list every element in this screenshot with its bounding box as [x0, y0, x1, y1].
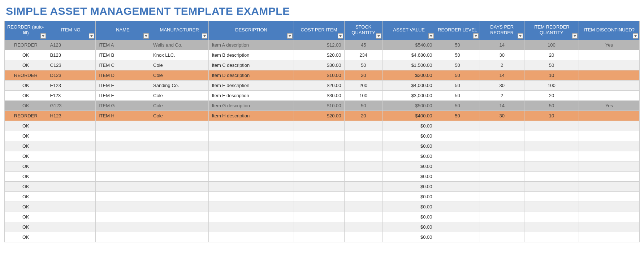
cell-desc[interactable]: Item H description: [209, 111, 294, 121]
cell-mfr[interactable]: Wells and Co.: [150, 40, 209, 50]
cell-name[interactable]: [95, 141, 150, 151]
table-row[interactable]: OK$0.00: [5, 121, 640, 131]
cell-level[interactable]: 50: [435, 70, 480, 80]
cell-item[interactable]: [47, 232, 95, 242]
cell-disc[interactable]: [579, 151, 639, 161]
column-header[interactable]: COST PER ITEM: [294, 21, 344, 40]
cell-days[interactable]: 14: [480, 40, 524, 50]
cell-status[interactable]: OK: [5, 202, 47, 212]
cell-cost[interactable]: [294, 191, 344, 202]
cell-level[interactable]: [435, 141, 480, 151]
cell-reqty[interactable]: [524, 232, 579, 242]
cell-desc[interactable]: [209, 151, 294, 161]
cell-level[interactable]: [435, 212, 480, 222]
cell-desc[interactable]: [209, 121, 294, 131]
cell-disc[interactable]: [579, 50, 639, 60]
cell-item[interactable]: [47, 121, 95, 131]
cell-disc[interactable]: [579, 60, 639, 70]
column-header[interactable]: ITEM NO.: [47, 21, 95, 40]
column-header[interactable]: NAME: [95, 21, 150, 40]
cell-cost[interactable]: [294, 222, 344, 232]
cell-days[interactable]: [480, 151, 524, 161]
cell-days[interactable]: [480, 161, 524, 171]
cell-name[interactable]: [95, 202, 150, 212]
cell-disc[interactable]: [579, 131, 639, 141]
table-row[interactable]: REORDERA123ITEM AWells and Co.Item A des…: [5, 40, 640, 50]
filter-dropdown-icon[interactable]: [143, 33, 149, 39]
cell-qty[interactable]: [344, 161, 382, 171]
cell-days[interactable]: 30: [480, 111, 524, 121]
cell-reqty[interactable]: [524, 131, 579, 141]
cell-qty[interactable]: [344, 212, 382, 222]
cell-disc[interactable]: [579, 232, 639, 242]
cell-disc[interactable]: [579, 191, 639, 202]
cell-days[interactable]: [480, 212, 524, 222]
cell-days[interactable]: 2: [480, 60, 524, 70]
cell-level[interactable]: [435, 151, 480, 161]
cell-level[interactable]: 50: [435, 80, 480, 90]
cell-status[interactable]: REORDER: [5, 40, 47, 50]
cell-cost[interactable]: $12.00: [294, 40, 344, 50]
filter-dropdown-icon[interactable]: [518, 33, 523, 39]
cell-status[interactable]: OK: [5, 161, 47, 171]
cell-item[interactable]: C123: [47, 60, 95, 70]
filter-dropdown-icon[interactable]: [40, 33, 46, 39]
cell-reqty[interactable]: [524, 161, 579, 171]
cell-status[interactable]: OK: [5, 80, 47, 90]
cell-item[interactable]: [47, 191, 95, 202]
cell-name[interactable]: [95, 181, 150, 191]
cell-disc[interactable]: [579, 181, 639, 191]
cell-value[interactable]: $0.00: [382, 212, 435, 222]
cell-days[interactable]: [480, 222, 524, 232]
cell-status[interactable]: OK: [5, 191, 47, 202]
table-row[interactable]: OK$0.00: [5, 161, 640, 171]
cell-status[interactable]: OK: [5, 232, 47, 242]
cell-level[interactable]: [435, 181, 480, 191]
table-row[interactable]: OKG123ITEM GColeItem G description$10.00…: [5, 100, 640, 111]
cell-name[interactable]: [95, 171, 150, 181]
cell-name[interactable]: [95, 131, 150, 141]
cell-item[interactable]: H123: [47, 111, 95, 121]
cell-reqty[interactable]: [524, 171, 579, 181]
table-row[interactable]: OKF123ITEM FColeItem F description$30.00…: [5, 90, 640, 100]
cell-name[interactable]: [95, 212, 150, 222]
column-header[interactable]: DAYS PER REORDER: [480, 21, 524, 40]
cell-name[interactable]: [95, 191, 150, 202]
cell-mfr[interactable]: Cole: [150, 111, 209, 121]
cell-status[interactable]: OK: [5, 181, 47, 191]
cell-item[interactable]: [47, 222, 95, 232]
cell-desc[interactable]: [209, 212, 294, 222]
cell-desc[interactable]: [209, 202, 294, 212]
cell-item[interactable]: [47, 202, 95, 212]
cell-days[interactable]: [480, 202, 524, 212]
cell-value[interactable]: $540.00: [382, 40, 435, 50]
cell-reqty[interactable]: 100: [524, 40, 579, 50]
cell-cost[interactable]: [294, 232, 344, 242]
column-header[interactable]: REORDER (auto-fill): [5, 21, 47, 40]
cell-name[interactable]: ITEM G: [95, 100, 150, 111]
cell-cost[interactable]: [294, 212, 344, 222]
cell-cost[interactable]: [294, 161, 344, 171]
filter-dropdown-icon[interactable]: [202, 33, 207, 39]
cell-item[interactable]: G123: [47, 100, 95, 111]
cell-mfr[interactable]: Cole: [150, 90, 209, 100]
cell-days[interactable]: [480, 181, 524, 191]
cell-desc[interactable]: Item A description: [209, 40, 294, 50]
cell-name[interactable]: ITEM A: [95, 40, 150, 50]
cell-reqty[interactable]: [524, 222, 579, 232]
cell-disc[interactable]: [579, 202, 639, 212]
cell-qty[interactable]: [344, 121, 382, 131]
cell-mfr[interactable]: [150, 151, 209, 161]
cell-cost[interactable]: [294, 131, 344, 141]
cell-status[interactable]: OK: [5, 100, 47, 111]
cell-name[interactable]: ITEM D: [95, 70, 150, 80]
cell-qty[interactable]: 100: [344, 90, 382, 100]
column-header[interactable]: ITEM REORDER QUANTITY: [524, 21, 579, 40]
cell-name[interactable]: ITEM B: [95, 50, 150, 60]
cell-status[interactable]: OK: [5, 171, 47, 181]
cell-desc[interactable]: [209, 181, 294, 191]
cell-mfr[interactable]: [150, 171, 209, 181]
table-row[interactable]: OK$0.00: [5, 171, 640, 181]
cell-value[interactable]: $0.00: [382, 191, 435, 202]
cell-status[interactable]: OK: [5, 90, 47, 100]
